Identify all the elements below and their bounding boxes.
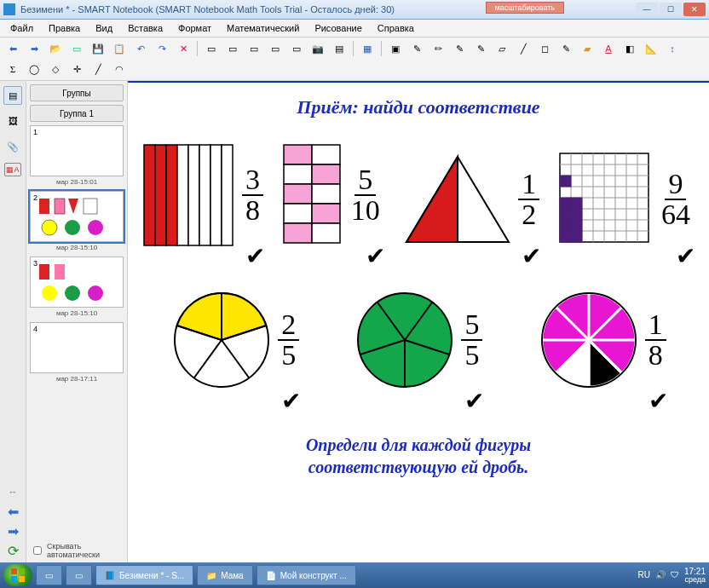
magic-pen-icon[interactable]: ✎ [556,39,575,58]
canvas[interactable]: Приём: найди соответствие 38 ✔ 510 ✔ [128,81,709,562]
properties-tab-icon[interactable]: ▦A [4,163,21,176]
graph-icon[interactable]: ✛ [67,60,86,78]
menu-draw[interactable]: Рисование [308,21,368,35]
move-toolbar-icon[interactable]: ↕ [663,39,682,58]
minimize-button[interactable]: — [636,3,658,16]
thumbnail-4[interactable]: 4 [30,322,124,373]
thumbnail-panel: Группы Группа 1 1 мар 28-15:01 2 мар 28-… [26,81,128,562]
text-icon[interactable]: A [599,39,618,58]
app-icon [3,3,15,15]
figure-bars-3-8[interactable]: 38 ✔ [143,144,263,246]
autohide-checkbox[interactable]: Скрывать автоматически [30,542,124,559]
svg-rect-56 [571,231,582,242]
system-tray[interactable]: RU 🔊 🛡 17:21 среда [638,567,706,585]
pages-tab-icon[interactable]: ▤ [3,86,22,105]
screen3-icon[interactable]: ▭ [245,39,263,58]
tray-icon[interactable]: 🔊 [655,570,666,579]
pen3-icon[interactable]: ✎ [450,39,469,58]
undo-icon[interactable]: ↶ [131,39,150,58]
gallery-tab-icon[interactable]: 🖼 [3,112,22,130]
menu-edit[interactable]: Правка [42,21,87,35]
menu-view[interactable]: Вид [89,21,119,35]
fill-icon[interactable]: ▰ [578,39,597,58]
sigma-icon[interactable]: Σ [3,60,22,78]
taskbar-item-3[interactable]: 📄 Мой конструкт ... [257,565,356,585]
save-icon[interactable]: 💾 [89,39,107,58]
menu-file[interactable]: Файл [3,21,40,35]
taskbar-item-2[interactable]: 📁 Мама [197,565,252,585]
fraction-1-8: 18 [645,310,666,370]
doc-icon[interactable]: ▤ [330,39,349,58]
menu-format[interactable]: Формат [171,21,218,35]
table-icon[interactable]: ▦ [358,39,377,58]
svg-rect-48 [560,176,571,187]
figure-pie-5-5[interactable]: 55 ✔ [354,289,482,391]
color-icon[interactable]: ◧ [620,39,639,58]
shape-icon[interactable]: ◻ [535,39,554,58]
shapes2-icon[interactable]: ◯ [25,60,43,78]
pen1-icon[interactable]: ✎ [407,39,426,58]
select-icon[interactable]: ▣ [386,39,405,58]
screen4-icon[interactable]: ▭ [266,39,285,58]
protractor-icon[interactable]: ◠ [110,60,129,78]
svg-rect-82 [19,576,25,582]
screen1-icon[interactable]: ▭ [202,39,221,58]
taskbar-quick1[interactable]: ▭ [36,565,62,585]
thumbnail-3[interactable]: 3 [30,257,124,308]
thumbnail-1[interactable]: 1 [30,125,124,176]
fraction-9-64: 964 [658,170,694,229]
menu-insert[interactable]: Вставка [121,21,170,35]
figure-pie-2-5[interactable]: 25 ✔ [170,289,299,391]
line-icon[interactable]: ╱ [514,39,533,58]
float-tag[interactable]: масштабировать [486,2,564,14]
tray-icon[interactable]: 🛡 [671,570,679,579]
pen4-icon[interactable]: ✎ [471,39,490,58]
back-icon[interactable]: ⬅ [3,39,22,58]
menu-math[interactable]: Математический [220,21,306,35]
taskbar-quick2[interactable]: ▭ [66,565,92,585]
attach-tab-icon[interactable]: 📎 [3,137,22,156]
shapes3-icon[interactable]: ◇ [46,60,65,78]
fraction-5-10: 510 [348,165,383,225]
figure-grid-9-64[interactable]: 964 ✔ [559,153,694,246]
prev-arrow-icon[interactable]: ⬅ [8,504,19,520]
paste-icon[interactable]: 📋 [110,39,129,58]
group1-button[interactable]: Группа 1 [30,105,124,122]
screen2-icon[interactable]: ▭ [223,39,242,58]
refresh-icon[interactable]: ⟳ [8,543,19,559]
resize-handle-icon[interactable]: ↔ [9,487,18,497]
lang-indicator[interactable]: RU [638,570,650,579]
svg-rect-14 [166,145,177,245]
pen2-icon[interactable]: ✏ [429,39,447,58]
new-icon[interactable]: ▭ [67,39,86,58]
taskbar: ▭ ▭ 📘 Безимени * - S... 📁 Мама 📄 Мой кон… [0,562,709,588]
svg-rect-54 [571,220,582,231]
forward-icon[interactable]: ➡ [25,39,43,58]
figure-triangle-1-2[interactable]: 12 ✔ [402,153,539,246]
screen5-icon[interactable]: ▭ [287,39,306,58]
menu-help[interactable]: Справка [371,21,421,35]
open-icon[interactable]: 📂 [46,39,65,58]
start-button[interactable] [3,564,32,586]
thumbnail-1-label: мар 28-15:01 [30,178,124,186]
svg-rect-51 [560,209,571,220]
instruction-text: Определи для каждой фигуры соответствующ… [143,434,694,478]
groups-button[interactable]: Группы [30,84,124,101]
maximize-button[interactable]: ☐ [660,3,682,16]
taskbar-item-1[interactable]: 📘 Безимени * - S... [95,565,193,585]
camera-icon[interactable]: 📷 [308,39,327,58]
figure-checker-5-10[interactable]: 510 ✔ [283,144,383,246]
ruler-icon[interactable]: ╱ [89,60,107,78]
svg-rect-17 [199,145,210,245]
eraser-icon[interactable]: ▱ [493,39,511,58]
svg-rect-25 [312,184,340,204]
svg-rect-3 [84,199,97,214]
delete-icon[interactable]: ✕ [174,39,193,58]
next-arrow-icon[interactable]: ➡ [8,523,19,539]
thumbnail-2[interactable]: 2 [30,191,124,242]
close-button[interactable]: ✕ [683,3,706,16]
figure-pie-1-8[interactable]: 18 ✔ [538,289,666,391]
svg-point-5 [65,220,80,235]
measure-icon[interactable]: 📐 [642,39,660,58]
redo-icon[interactable]: ↷ [153,39,171,58]
